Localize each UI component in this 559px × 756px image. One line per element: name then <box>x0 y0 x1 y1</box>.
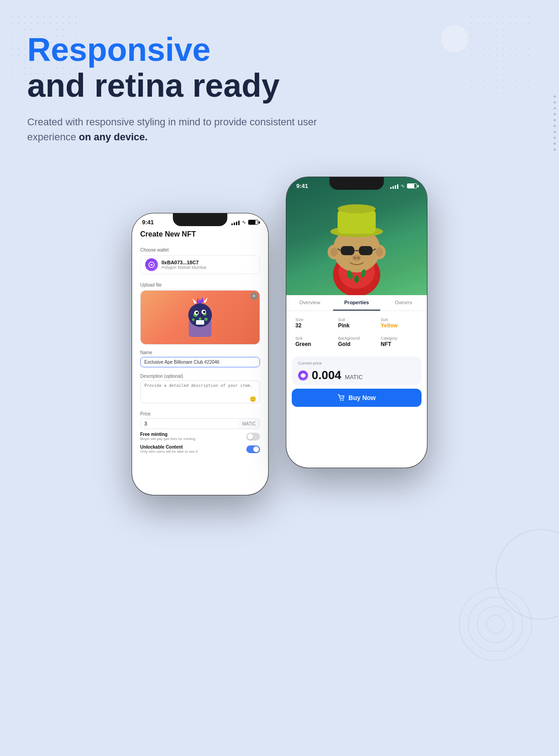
signal-bar-1 <box>231 223 233 225</box>
svg-point-46 <box>468 597 523 652</box>
wallet-icon <box>145 258 158 271</box>
svg-point-6 <box>192 318 195 321</box>
svg-rect-32 <box>359 246 373 255</box>
tab-overview[interactable]: Overview <box>286 295 333 311</box>
svg-point-45 <box>459 588 532 661</box>
prop-suit-green: Suit Green <box>294 333 334 350</box>
price-display: 0.004 MATIC <box>298 368 415 382</box>
svg-marker-13 <box>203 297 208 303</box>
signal-bars-right <box>390 183 398 189</box>
circle-decoration-tr <box>441 25 468 52</box>
free-minting-row: Free minting Buyer will pay gas fees for… <box>132 430 268 443</box>
prop-suit-pink-label: Suit <box>338 317 375 322</box>
unlockable-title: Unlockable Content <box>140 445 197 450</box>
unlockable-row: Unlockable Content Only who owns will be… <box>132 443 268 455</box>
cart-icon <box>338 394 345 401</box>
prop-suit-yellow-value: Yellow <box>381 322 418 329</box>
signal-bar-r1 <box>390 187 392 189</box>
buy-now-button[interactable]: Buy Now <box>292 389 422 407</box>
svg-marker-12 <box>192 298 197 304</box>
signal-bar-r4 <box>397 184 398 189</box>
wallet-network: Polygon Testnet Mumbai <box>162 265 206 270</box>
status-icons-right: ∿ <box>390 183 417 189</box>
svg-marker-17 <box>199 298 201 303</box>
svg-point-38 <box>357 257 360 259</box>
svg-point-48 <box>486 615 505 633</box>
wallet-row[interactable]: 0xBA073...18C7 Polygon Testnet Mumbai <box>140 255 260 274</box>
signal-bar-2 <box>234 222 235 225</box>
choose-wallet-label: Choose wallet <box>140 247 260 252</box>
tab-properties[interactable]: Properties <box>333 295 380 311</box>
phone-right-screen: 9:41 ∿ <box>286 177 427 468</box>
hero-title-blue: Responsive <box>27 32 345 68</box>
upload-file-section: Upload file <box>132 277 268 290</box>
dots-decoration-tr <box>468 14 532 95</box>
signal-bar-4 <box>238 221 240 225</box>
name-section: Name <box>132 345 268 368</box>
nft-creature-svg <box>180 295 221 340</box>
svg-point-37 <box>353 257 356 259</box>
unlockable-desc: Only who owns will be able to see it <box>140 450 197 454</box>
svg-point-43 <box>340 400 342 401</box>
prop-category: Category NFT <box>379 333 420 350</box>
svg-point-25 <box>330 247 338 257</box>
description-textarea[interactable] <box>140 380 260 403</box>
create-nft-header: Create New NFT <box>132 228 268 242</box>
price-input[interactable] <box>141 419 239 429</box>
free-minting-title: Free minting <box>140 432 196 437</box>
price-input-row: MATIC <box>140 418 260 429</box>
upload-box[interactable]: ✕ <box>140 290 260 345</box>
upload-close-btn[interactable]: ✕ <box>250 292 258 300</box>
signal-bars-left <box>231 220 240 225</box>
notch-left <box>173 213 227 226</box>
battery-icon-right <box>407 183 417 188</box>
unlockable-toggle[interactable] <box>246 445 260 453</box>
tabs-row: Overview Properties Owners <box>286 295 427 311</box>
svg-rect-14 <box>196 320 204 325</box>
hero-section: Responsive and retina ready Created with… <box>27 32 345 144</box>
tab-owners[interactable]: Owners <box>380 295 427 311</box>
price-section-right: Current price 0.004 MATIC <box>292 356 422 385</box>
signal-bar-3 <box>236 222 237 225</box>
price-unit: MATIC <box>345 374 363 380</box>
price-section: Price MATIC <box>132 406 268 430</box>
prop-size-value: 32 <box>295 322 333 329</box>
monkey-illustration <box>311 191 402 295</box>
price-label: Price <box>140 411 260 416</box>
prop-background-value: Gold <box>338 341 375 347</box>
prop-suit-pink: Suit Pink <box>336 315 377 331</box>
description-section: Description (optional) 🙂 <box>132 368 268 406</box>
svg-point-7 <box>205 318 208 321</box>
prop-suit-green-label: Suit <box>295 336 333 341</box>
status-time-right: 9:41 <box>296 183 308 189</box>
choose-wallet-section: Choose wallet <box>132 242 268 255</box>
prop-suit-green-value: Green <box>295 341 333 347</box>
wallet-info: 0xBA073...18C7 Polygon Testnet Mumbai <box>162 260 206 270</box>
signal-bar-r2 <box>392 186 394 189</box>
svg-marker-42 <box>301 373 305 378</box>
hero-subtitle: Created with responsive styling in mind … <box>27 114 345 144</box>
wifi-icon-right: ∿ <box>401 183 405 189</box>
description-label: Description (optional) <box>140 374 260 379</box>
phones-container: 9:41 ∿ Create New NFT <box>0 177 559 495</box>
phone-left: 9:41 ∿ Create New NFT <box>132 213 268 495</box>
phone-right: 9:41 ∿ <box>286 177 427 468</box>
svg-point-30 <box>338 204 376 213</box>
prop-size: Size 32 <box>294 315 334 331</box>
svg-point-47 <box>477 606 514 642</box>
free-minting-label-group: Free minting Buyer will pay gas fees for… <box>140 432 196 441</box>
prop-suit-yellow-label: Suit <box>381 317 418 322</box>
nft-preview-image <box>141 291 260 344</box>
svg-rect-31 <box>341 246 354 255</box>
prop-background-label: Background <box>338 336 375 341</box>
wallet-address: 0xBA073...18C7 <box>162 260 206 265</box>
svg-marker-18 <box>201 297 204 302</box>
hero-subtitle-bold: on any device. <box>79 131 148 143</box>
name-input[interactable] <box>140 357 260 367</box>
buy-now-label: Buy Now <box>348 394 376 401</box>
prop-suit-pink-value: Pink <box>338 322 375 329</box>
svg-point-27 <box>376 247 383 257</box>
svg-point-5 <box>199 317 201 320</box>
name-label: Name <box>140 350 260 355</box>
free-minting-toggle[interactable] <box>246 433 260 440</box>
